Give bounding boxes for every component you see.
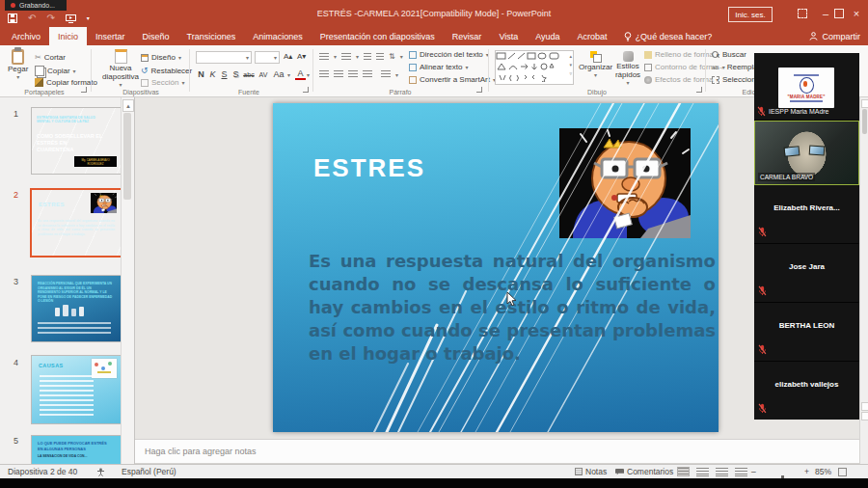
slideshow-view-button[interactable] — [735, 467, 747, 476]
tab-insertar[interactable]: Insertar — [87, 27, 134, 45]
thumbnail-scrollbar[interactable]: ▲ — [121, 97, 134, 464]
change-case-button[interactable]: Aa — [271, 69, 286, 79]
find-button[interactable]: Buscar — [712, 50, 746, 59]
participant-tile-elizabeth-rivera[interactable]: Elizabeth Rivera... — [754, 185, 859, 244]
font-color-button[interactable]: A — [295, 68, 306, 80]
sign-in-button[interactable]: Inic. ses. — [728, 7, 773, 22]
thumbnail-scroll-up-icon[interactable]: ▲ — [122, 99, 134, 112]
shapes-gallery[interactable]: ▴▾▿ — [495, 50, 574, 85]
bullets-button[interactable] — [319, 53, 329, 61]
align-left-button[interactable] — [319, 70, 329, 78]
reading-view-button[interactable] — [716, 467, 728, 476]
text-direction-button[interactable]: Dirección del texto▾ — [409, 50, 489, 59]
reset-button[interactable]: ↺Restablecer — [141, 66, 192, 75]
tab-diseno[interactable]: Diseño — [134, 27, 178, 45]
tab-acrobat[interactable]: Acrobat — [569, 27, 616, 45]
normal-view-button[interactable] — [677, 467, 690, 476]
share-button[interactable]: Compartir — [809, 27, 860, 45]
tab-inicio[interactable]: Inicio — [49, 27, 87, 45]
slide-thumbnail-1[interactable]: ESTRATEGIA SANITARIA DE SALUD MENTAL Y C… — [32, 108, 121, 174]
shrink-font-button[interactable]: A▾ — [297, 52, 306, 61]
columns-button[interactable] — [381, 70, 391, 78]
comments-toggle[interactable]: Comentarios — [615, 467, 673, 476]
cut-button[interactable]: ✂Cortar — [35, 53, 66, 62]
participant-tile-elizabeth-vallejos[interactable]: elizabeth vallejos — [754, 362, 859, 420]
tab-archivo[interactable]: Archivo — [3, 27, 49, 45]
scroll-thumb[interactable] — [862, 109, 867, 134]
slide-sorter-view-button[interactable] — [696, 467, 709, 476]
tab-vista[interactable]: Vista — [490, 27, 527, 45]
participant-tile-jose-jara[interactable]: Jose Jara — [754, 244, 859, 303]
notes-placeholder[interactable]: Haga clic para agregar notas — [145, 447, 257, 456]
new-slide-button[interactable]: Nueva diapositiva▾ — [98, 49, 143, 90]
align-center-button[interactable] — [334, 70, 343, 78]
fit-to-window-button[interactable] — [838, 468, 847, 476]
zoom-out-button[interactable]: – — [751, 467, 756, 476]
undo-icon[interactable]: ↶ — [28, 14, 36, 23]
justify-button[interactable] — [363, 70, 372, 78]
font-name-combo[interactable]: ▾ — [196, 51, 252, 64]
ribbon-display-options-button[interactable] — [791, 0, 814, 27]
save-icon[interactable] — [8, 14, 17, 23]
qat-customize-icon[interactable]: ▾ — [87, 14, 90, 23]
tab-revisar[interactable]: Revisar — [444, 27, 491, 45]
accessibility-icon[interactable] — [96, 468, 105, 476]
main-vertical-scrollbar[interactable] — [859, 97, 868, 464]
strikethrough-button[interactable]: abc — [242, 71, 256, 78]
text-shadow-button[interactable]: S — [231, 69, 241, 79]
scroll-up-button[interactable] — [861, 99, 868, 108]
start-presentation-icon[interactable] — [66, 14, 76, 23]
line-spacing-button[interactable]: ⇅ — [389, 52, 395, 61]
thumbnail-scroll-thumb[interactable] — [123, 113, 131, 200]
shapes-scroll-arrows[interactable]: ▴▾▿ — [569, 52, 572, 78]
copy-button[interactable]: Copiar▾ — [35, 66, 76, 76]
underline-button[interactable]: S — [219, 69, 230, 79]
italic-button[interactable]: K — [207, 69, 218, 79]
next-slide-button[interactable] — [861, 412, 868, 420]
align-text-button[interactable]: Alinear texto▾ — [409, 63, 468, 71]
decrease-indent-button[interactable] — [364, 53, 371, 61]
tab-animaciones[interactable]: Animaciones — [244, 27, 312, 45]
font-dialog-launcher[interactable] — [303, 87, 309, 93]
slide-thumbnail-5[interactable]: LO QUE PUEDE PROVOCAR ESTRÉS EN ALGUNAS … — [32, 436, 121, 464]
tab-transiciones[interactable]: Transiciones — [178, 27, 245, 45]
increase-indent-button[interactable] — [376, 53, 384, 61]
quick-styles-button[interactable]: Estilos rápidos▾ — [611, 51, 644, 88]
drawing-dialog-launcher[interactable] — [696, 87, 702, 93]
tab-presentacion[interactable]: Presentación con diapositivas — [312, 27, 444, 45]
grow-font-button[interactable]: A▴ — [284, 52, 292, 61]
shape-fill-button[interactable]: Relleno de forma▾ — [644, 50, 719, 59]
slide-thumbnail-2[interactable]: ESTRES Es una respuesta natural del orga… — [32, 190, 121, 256]
layout-button[interactable]: Diseño▾ — [141, 53, 181, 62]
shape-effects-button[interactable]: Efectos de forma▾ — [644, 75, 719, 84]
tab-ayuda[interactable]: Ayuda — [527, 27, 568, 45]
slide-body-text[interactable]: Es una respuesta natural del organismo c… — [309, 250, 716, 366]
paste-button[interactable]: Pegar▾ — [8, 49, 28, 82]
clipboard-dialog-launcher[interactable] — [81, 87, 87, 93]
section-button[interactable]: Sección▾ — [141, 78, 184, 87]
participant-tile-iespp[interactable]: "MARIA MADRE" IESPP Maria MAdre — [754, 53, 859, 121]
slide-title-text[interactable]: ESTRES — [313, 153, 425, 183]
slide-thumbnail-3[interactable]: REACCIÓN PERSONAL QUE EXPERIMENTA UN ORG… — [32, 276, 121, 341]
smartart-button[interactable]: Convertir a SmartArt▾ — [409, 75, 496, 84]
character-spacing-button[interactable]: AV — [257, 71, 270, 78]
notes-toggle[interactable]: Notas — [575, 467, 607, 476]
language-selector[interactable]: Español (Perú) — [122, 467, 176, 476]
zoom-in-button[interactable]: + — [804, 467, 809, 476]
slide-canvas[interactable]: ESTRES Es una respuesta natural del orga… — [273, 103, 719, 432]
numbering-button[interactable] — [341, 53, 351, 61]
zoom-level[interactable]: 85% — [815, 467, 831, 476]
participant-tile-bertha-leon[interactable]: BERTHA LEON — [754, 303, 859, 362]
tell-me-box[interactable]: ¿Qué desea hacer? — [616, 27, 720, 45]
close-button[interactable]: × — [845, 0, 868, 27]
font-size-combo[interactable]: ▾ — [255, 51, 280, 64]
notes-pane[interactable]: Haga clic para agregar notas — [135, 439, 859, 464]
arrange-button[interactable]: Organizar▾ — [579, 51, 612, 80]
slide-thumbnail-4[interactable]: CAUSAS — [32, 356, 121, 423]
previous-slide-button[interactable] — [861, 402, 868, 411]
paragraph-dialog-launcher[interactable] — [476, 87, 482, 93]
format-painter-button[interactable]: Copiar formato — [35, 78, 97, 87]
align-right-button[interactable] — [348, 70, 358, 78]
redo-icon[interactable]: ↷ — [46, 14, 54, 23]
bold-button[interactable]: N — [196, 69, 206, 79]
